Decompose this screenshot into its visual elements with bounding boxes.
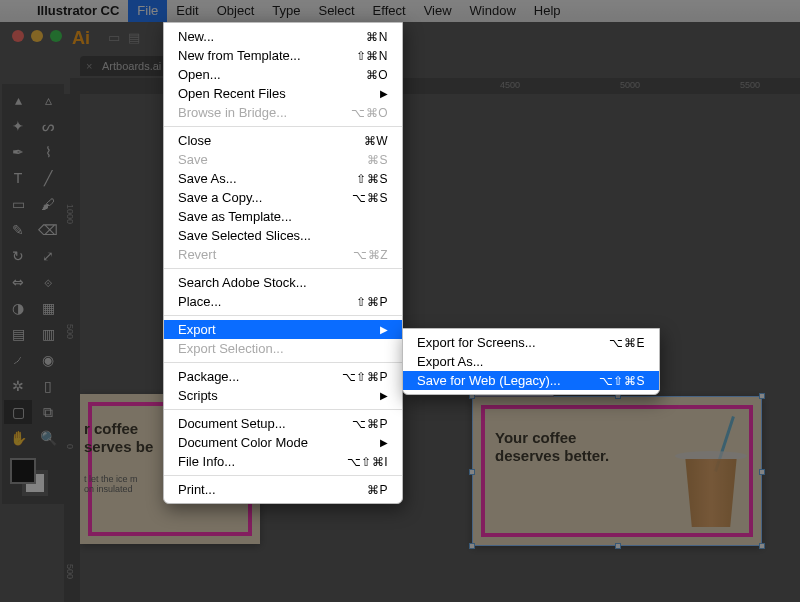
export-submenu-item[interactable]: Export for Screens...⌥⌘E (403, 333, 659, 352)
ruler-mark: 500 (65, 324, 75, 339)
tab-title: Artboards.ai (102, 60, 161, 72)
file-menu-item[interactable]: New...⌘N (164, 27, 402, 46)
menu-select[interactable]: Select (309, 0, 363, 22)
file-menu-item[interactable]: Package...⌥⇧⌘P (164, 367, 402, 386)
file-menu-item[interactable]: Export▶ (164, 320, 402, 339)
slice-tool-icon[interactable]: ⧉ (34, 400, 62, 424)
bridge-icon[interactable]: ▭ (108, 30, 120, 45)
close-window-icon[interactable] (12, 30, 24, 42)
lasso-tool-icon[interactable]: ᔕ (34, 114, 62, 138)
file-menu-item[interactable]: Search Adobe Stock... (164, 273, 402, 292)
app-menu[interactable]: Illustrator CC (28, 0, 128, 22)
menu-effect[interactable]: Effect (364, 0, 415, 22)
line-tool-icon[interactable]: ╱ (34, 166, 62, 190)
file-menu-item[interactable]: Open...⌘O (164, 65, 402, 84)
magic-wand-tool-icon[interactable]: ✦ (4, 114, 32, 138)
submenu-arrow-icon: ▶ (380, 85, 388, 103)
symbol-sprayer-tool-icon[interactable]: ✲ (4, 374, 32, 398)
menu-shortcut: ⌥⇧⌘I (347, 453, 388, 471)
file-menu-item[interactable]: Save a Copy...⌥⌘S (164, 188, 402, 207)
ruler-mark: 500 (65, 564, 75, 579)
minimize-window-icon[interactable] (31, 30, 43, 42)
blend-tool-icon[interactable]: ◉ (34, 348, 62, 372)
export-submenu: Export for Screens...⌥⌘EExport As...Save… (402, 328, 660, 395)
menu-shortcut: ⇧⌘S (356, 170, 388, 188)
menu-object[interactable]: Object (208, 0, 264, 22)
menu-view[interactable]: View (415, 0, 461, 22)
menu-file[interactable]: File (128, 0, 167, 22)
menu-item-label: File Info... (178, 453, 235, 471)
rectangle-tool-icon[interactable]: ▭ (4, 192, 32, 216)
file-menu-item[interactable]: Save as Template... (164, 207, 402, 226)
menu-help[interactable]: Help (525, 0, 570, 22)
selection-handle[interactable] (615, 543, 621, 549)
file-menu-item: Browse in Bridge...⌥⌘O (164, 103, 402, 122)
file-menu-item[interactable]: Save As...⇧⌘S (164, 169, 402, 188)
selection-handle[interactable] (469, 543, 475, 549)
file-menu-item[interactable]: Close⌘W (164, 131, 402, 150)
selection-handle[interactable] (469, 469, 475, 475)
menu-item-label: Open Recent Files (178, 85, 286, 103)
file-menu-item[interactable]: Place...⇧⌘P (164, 292, 402, 311)
width-tool-icon[interactable]: ⇔ (4, 270, 32, 294)
mesh-tool-icon[interactable]: ▤ (4, 322, 32, 346)
file-menu-item[interactable]: Print...⌘P (164, 480, 402, 499)
brush-tool-icon[interactable]: 🖌 (34, 192, 62, 216)
file-menu-item[interactable]: New from Template...⇧⌘N (164, 46, 402, 65)
selection-tool-icon[interactable]: ▴ (4, 88, 32, 112)
menu-shortcut: ⌘O (366, 66, 388, 84)
hand-tool-icon[interactable]: ✋ (4, 426, 32, 450)
pen-tool-icon[interactable]: ✒ (4, 140, 32, 164)
file-menu-item[interactable]: Save Selected Slices... (164, 226, 402, 245)
gradient-tool-icon[interactable]: ▥ (34, 322, 62, 346)
arrange-icon[interactable]: ▤ (128, 30, 140, 45)
column-graph-tool-icon[interactable]: ▯ (34, 374, 62, 398)
perspective-tool-icon[interactable]: ▦ (34, 296, 62, 320)
ruler-mark: 5500 (740, 80, 760, 90)
ad-headline: r coffee serves be (84, 420, 153, 456)
close-tab-icon[interactable]: × (86, 60, 92, 72)
menu-window[interactable]: Window (461, 0, 525, 22)
rotate-tool-icon[interactable]: ↻ (4, 244, 32, 268)
selection-handle[interactable] (759, 393, 765, 399)
menu-shortcut: ⇧⌘P (356, 293, 388, 311)
eyedropper-tool-icon[interactable]: ⟋ (4, 348, 32, 372)
selection-handle[interactable] (759, 543, 765, 549)
menu-shortcut: ⌥⇧⌘P (342, 368, 388, 386)
artboard-selected[interactable]: 05 - Facebook Ad Your coffee deserves be… (472, 396, 762, 546)
menu-item-label: Revert (178, 246, 216, 264)
shape-builder-tool-icon[interactable]: ◑ (4, 296, 32, 320)
menu-type[interactable]: Type (263, 0, 309, 22)
zoom-tool-icon[interactable]: 🔍 (34, 426, 62, 450)
file-menu-item: Revert⌥⌘Z (164, 245, 402, 264)
menu-item-label: Save as Template... (178, 208, 292, 226)
menu-shortcut: ⌘N (366, 28, 388, 46)
artboard-tool-icon[interactable]: ▢ (4, 400, 32, 424)
menu-edit[interactable]: Edit (167, 0, 207, 22)
free-transform-tool-icon[interactable]: ⟐ (34, 270, 62, 294)
pencil-tool-icon[interactable]: ✎ (4, 218, 32, 242)
menu-item-label: Print... (178, 481, 216, 499)
selection-handle[interactable] (759, 469, 765, 475)
fill-stroke-swatch[interactable] (4, 456, 62, 500)
zoom-window-icon[interactable] (50, 30, 62, 42)
file-menu-item[interactable]: Scripts▶ (164, 386, 402, 405)
curvature-tool-icon[interactable]: ⌇ (34, 140, 62, 164)
menu-item-label: Scripts (178, 387, 218, 405)
menu-shortcut: ⌥⌘O (351, 104, 388, 122)
file-menu-item[interactable]: Document Setup...⌥⌘P (164, 414, 402, 433)
file-menu-item[interactable]: Document Color Mode▶ (164, 433, 402, 452)
file-menu-item: Export Selection... (164, 339, 402, 358)
scale-tool-icon[interactable]: ⤢ (34, 244, 62, 268)
menu-item-label: Save (178, 151, 208, 169)
export-submenu-item[interactable]: Export As... (403, 352, 659, 371)
file-menu-item[interactable]: File Info...⌥⇧⌘I (164, 452, 402, 471)
type-tool-icon[interactable]: T (4, 166, 32, 190)
document-tab[interactable]: × Artboards.ai (80, 56, 171, 76)
file-menu-item: Save⌘S (164, 150, 402, 169)
export-submenu-item[interactable]: Save for Web (Legacy)...⌥⇧⌘S (403, 371, 659, 390)
file-menu-item[interactable]: Open Recent Files▶ (164, 84, 402, 103)
ruler-mark: 4500 (500, 80, 520, 90)
eraser-tool-icon[interactable]: ⌫ (34, 218, 62, 242)
direct-select-tool-icon[interactable]: ▵ (34, 88, 62, 112)
